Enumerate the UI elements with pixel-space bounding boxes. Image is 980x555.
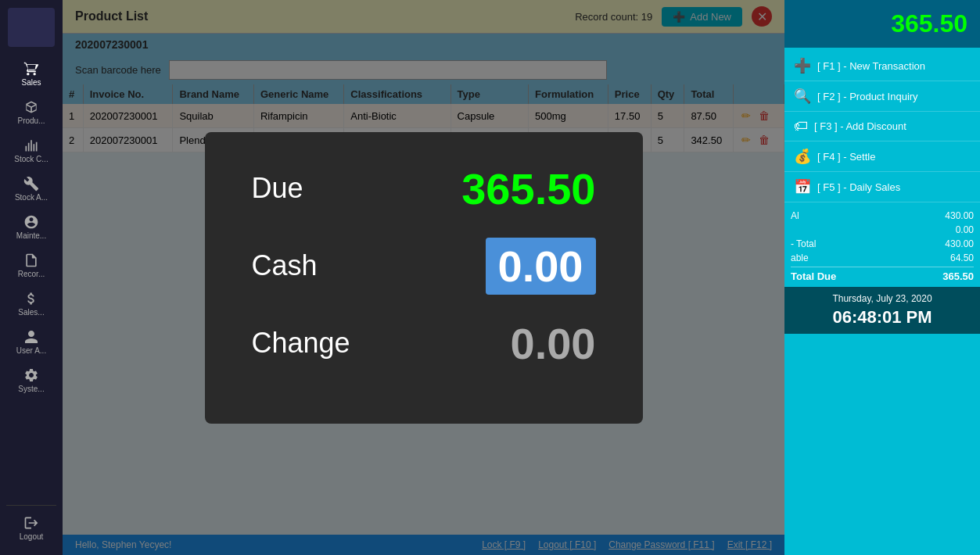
sidebar-item-syste-label: Syste... <box>18 385 44 393</box>
summary-section: Al 430.00 0.00 - Total 430.00 able 64.50… <box>784 206 980 287</box>
sidebar-item-usera-label: User A... <box>16 346 46 355</box>
tag-icon: 🏷 <box>794 118 808 134</box>
total-due-label: Total Due <box>791 270 836 282</box>
summary-row-2: 0.00 <box>791 223 974 237</box>
due-label: Due <box>252 172 303 205</box>
datetime-section: Thursday, July 23, 2020 06:48:01 PM <box>784 287 980 334</box>
sidebar-logo <box>8 8 55 47</box>
sidebar-item-recor-label: Recor... <box>18 270 45 278</box>
money-icon: 💰 <box>794 148 811 165</box>
sidebar-item-stocka[interactable]: Stock A... <box>0 170 63 208</box>
f2-product-inquiry[interactable]: 🔍 [ F2 ] - Product Inquiry <box>784 81 980 112</box>
tool-icon <box>23 176 39 192</box>
sidebar-item-sales2-label: Sales... <box>18 308 44 317</box>
sidebar-item-sales2[interactable]: Sales... <box>0 285 63 323</box>
cash-value: 0.00 <box>486 238 596 295</box>
summary-label-4: able <box>791 252 809 263</box>
sidebar: Sales Produ... Stock C... Stock A... Mai… <box>0 0 63 555</box>
summary-total-due-row: Total Due 365.50 <box>791 267 974 284</box>
wrench-icon <box>23 214 39 230</box>
sales-icon <box>23 291 39 306</box>
f5-label: [ F5 ] - Daily Sales <box>817 181 900 193</box>
logout-icon <box>23 515 39 531</box>
modal-due-row: Due 365.50 <box>252 163 596 214</box>
sidebar-item-recor[interactable]: Recor... <box>0 246 63 285</box>
summary-value-1: 430.00 <box>945 210 974 221</box>
f5-daily-sales[interactable]: 📅 [ F5 ] - Daily Sales <box>784 172 980 202</box>
sidebar-item-products-label: Produ... <box>17 116 45 125</box>
plus-icon: ➕ <box>794 57 811 74</box>
main-content: Product List Record count: 19 ➕ Add New … <box>63 0 784 555</box>
summary-value-3: 430.00 <box>945 238 974 249</box>
modal-box: Due 365.50 Cash 0.00 Change 0.00 <box>205 132 643 424</box>
sidebar-item-logout-label: Logout <box>20 532 44 541</box>
modal-change-row: Change 0.00 <box>252 318 596 369</box>
calendar-icon: 📅 <box>794 178 811 195</box>
f1-label: [ F1 ] - New Transaction <box>817 60 925 72</box>
sidebar-item-products[interactable]: Produ... <box>0 93 63 131</box>
summary-value-2: 0.00 <box>956 224 974 235</box>
sidebar-item-mainte[interactable]: Mainte... <box>0 208 63 246</box>
file-icon <box>23 252 39 268</box>
summary-label-1: Al <box>791 210 799 221</box>
f3-label: [ F3 ] - Add Discount <box>814 120 906 132</box>
user-icon <box>23 329 39 345</box>
f4-label: [ F4 ] - Settle <box>817 151 875 163</box>
f2-label: [ F2 ] - Product Inquiry <box>817 91 918 102</box>
sidebar-item-syste[interactable]: Syste... <box>0 361 63 399</box>
change-label: Change <box>252 327 350 360</box>
sidebar-item-stockc-label: Stock C... <box>14 155 48 163</box>
due-value: 365.50 <box>461 163 595 214</box>
sidebar-item-usera[interactable]: User A... <box>0 323 63 361</box>
sidebar-item-sales-label: Sales <box>21 78 41 87</box>
modal-cash-row: Cash 0.00 <box>252 238 596 295</box>
sidebar-item-sales[interactable]: Sales <box>0 55 63 93</box>
amount-display: 365.50 <box>784 0 980 48</box>
f3-add-discount[interactable]: 🏷 [ F3 ] - Add Discount <box>784 112 980 141</box>
search-icon: 🔍 <box>794 88 811 105</box>
f1-new-transaction[interactable]: ➕ [ F1 ] - New Transaction <box>784 51 980 81</box>
right-panel: 365.50 ➕ [ F1 ] - New Transaction 🔍 [ F2… <box>784 0 980 555</box>
change-value: 0.00 <box>511 318 596 369</box>
summary-row-3: - Total 430.00 <box>791 237 974 251</box>
sidebar-item-mainte-label: Mainte... <box>16 231 46 240</box>
cash-label: Cash <box>252 249 318 282</box>
total-due-value: 365.50 <box>942 270 974 282</box>
chart-icon <box>23 138 39 153</box>
summary-row-4: able 64.50 <box>791 251 974 265</box>
time-text: 06:48:01 PM <box>791 307 974 328</box>
date-text: Thursday, July 23, 2020 <box>791 293 974 304</box>
summary-value-4: 64.50 <box>950 252 974 263</box>
sidebar-item-stocka-label: Stock A... <box>15 193 48 202</box>
sidebar-item-logout[interactable]: Logout <box>0 509 63 547</box>
settings-icon <box>23 367 39 383</box>
func-buttons: ➕ [ F1 ] - New Transaction 🔍 [ F2 ] - Pr… <box>784 48 980 206</box>
sidebar-item-stockc[interactable]: Stock C... <box>0 131 63 170</box>
f4-settle[interactable]: 💰 [ F4 ] - Settle <box>784 141 980 172</box>
cart-icon <box>23 61 39 77</box>
summary-label-3: - Total <box>791 238 816 249</box>
box-icon <box>23 99 39 115</box>
summary-row-1: Al 430.00 <box>791 209 974 223</box>
settle-modal: Due 365.50 Cash 0.00 Change 0.00 <box>63 0 784 555</box>
